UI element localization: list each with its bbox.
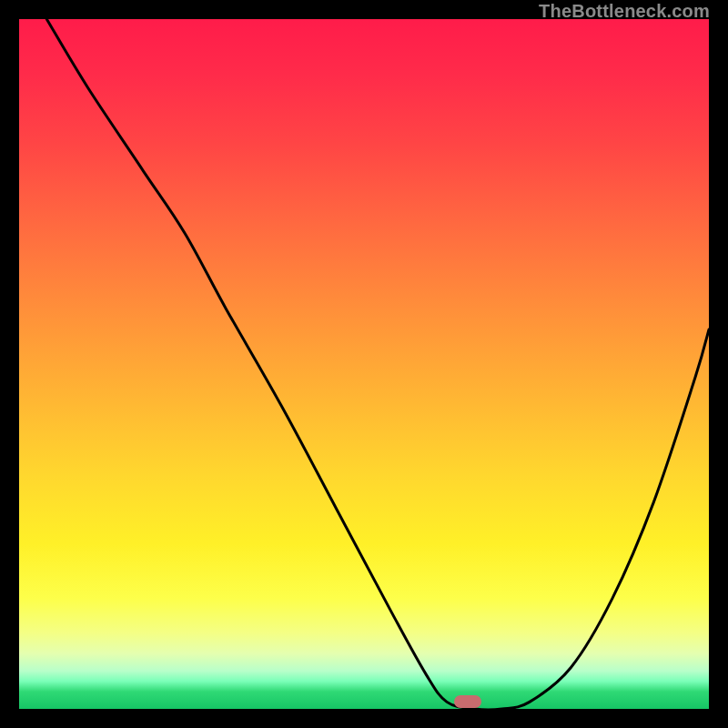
curve-path (46, 19, 709, 709)
plot-area (19, 19, 709, 709)
optimal-marker (454, 695, 481, 708)
chart-frame: TheBottleneck.com (0, 0, 728, 728)
bottleneck-curve (19, 19, 709, 709)
